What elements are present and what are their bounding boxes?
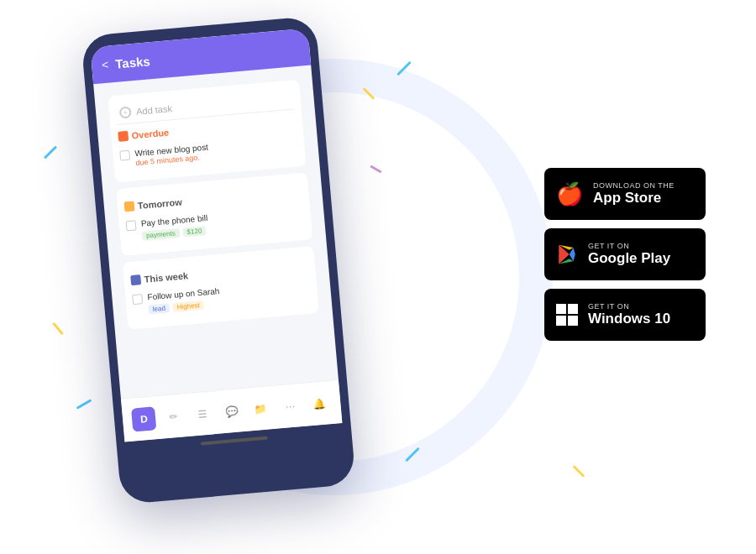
- store-buttons: 🍎 Download on the App Store GET IT ON Go…: [544, 168, 706, 341]
- windows-block-3: [556, 316, 566, 326]
- add-task-icon: +: [119, 106, 132, 118]
- overdue-label: Overdue: [131, 128, 170, 141]
- windows-block-1: [556, 304, 566, 314]
- home-indicator: [201, 436, 268, 446]
- task-card: + Add task Overdue Write new blog post: [108, 80, 306, 182]
- screen-title: Tasks: [115, 54, 151, 71]
- decorative-line: [44, 145, 57, 159]
- windows-button[interactable]: Get it on Windows 10: [544, 289, 706, 341]
- windows-sub: Get it on: [588, 302, 670, 311]
- google-play-main: Google Play: [588, 250, 670, 267]
- task-checkbox[interactable]: [132, 294, 143, 305]
- decorative-line: [573, 465, 585, 478]
- nav-tasks[interactable]: ☰: [190, 401, 215, 426]
- phone-mockup: < Tasks + Add task Overdue: [81, 16, 356, 504]
- nav-bell[interactable]: 🔔: [307, 391, 332, 416]
- week-label: This week: [144, 270, 188, 285]
- apple-icon: 🍎: [556, 181, 583, 207]
- decorative-line: [52, 322, 64, 336]
- nav-files[interactable]: 📁: [248, 396, 273, 421]
- nav-cloud[interactable]: ⋯: [277, 394, 302, 419]
- add-task-label: Add task: [136, 103, 173, 117]
- back-button[interactable]: <: [101, 58, 109, 72]
- tag-price: $120: [182, 226, 207, 237]
- google-play-text: GET IT ON Google Play: [588, 242, 670, 267]
- tag-highest: Highest: [172, 301, 204, 312]
- thisweek-card: This week Follow up on Sarah lead Highes…: [123, 246, 319, 330]
- windows-icon: [556, 304, 578, 326]
- tomorrow-icon: [124, 201, 135, 212]
- windows-block-4: [568, 316, 578, 326]
- windows-main: Windows 10: [588, 311, 670, 327]
- nav-active[interactable]: D: [131, 406, 156, 431]
- google-play-button[interactable]: GET IT ON Google Play: [544, 228, 706, 280]
- tag-payments: payments: [142, 228, 180, 241]
- tomorrow-card: Tomorrow Pay the phone bill payments $12…: [116, 172, 312, 256]
- phone-screen: < Tasks + Add task Overdue: [90, 29, 342, 442]
- windows-text: Get it on Windows 10: [588, 302, 670, 327]
- decorative-line: [76, 399, 92, 410]
- app-store-text: Download on the App Store: [593, 181, 675, 206]
- tag-lead: lead: [148, 303, 170, 314]
- app-store-sub: Download on the: [593, 181, 675, 190]
- task-checkbox[interactable]: [119, 150, 130, 161]
- tomorrow-label: Tomorrow: [137, 197, 182, 212]
- task-checkbox[interactable]: [126, 220, 137, 231]
- google-play-icon: [556, 243, 578, 265]
- nav-chat[interactable]: 💬: [219, 399, 244, 424]
- week-icon: [130, 274, 141, 285]
- windows-block-2: [568, 304, 578, 314]
- app-store-button[interactable]: 🍎 Download on the App Store: [544, 168, 706, 220]
- google-play-sub: GET IT ON: [588, 242, 670, 250]
- overdue-icon: [118, 131, 129, 142]
- phone-body: < Tasks + Add task Overdue: [81, 16, 356, 504]
- app-store-main: App Store: [593, 190, 675, 206]
- task-row: Write new blog post due 5 minutes ago.: [119, 134, 298, 168]
- nav-edit[interactable]: ✏: [160, 404, 186, 429]
